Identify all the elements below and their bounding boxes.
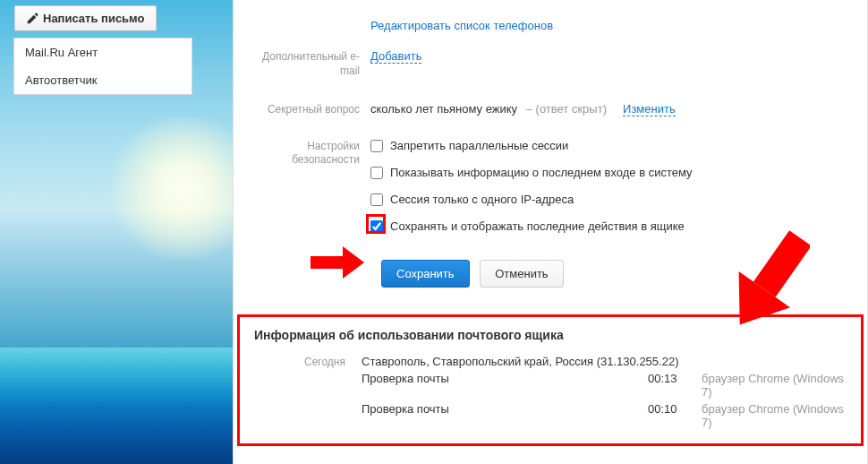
checkbox-label: Сессия только с одного IP-адреса xyxy=(390,192,574,208)
log-entry: Проверка почты 00:13 браузер Chrome (Win… xyxy=(362,370,847,400)
checkbox-label: Запретить параллельные сессии xyxy=(390,138,568,154)
secret-question-edit-link[interactable]: Изменить xyxy=(623,102,676,116)
checkbox-label: Сохранять и отображать последние действи… xyxy=(390,219,685,235)
additional-email-label: Дополнительный e-mail xyxy=(259,48,370,78)
sidebar-item-label: Автоответчик xyxy=(25,73,97,87)
compose-button[interactable]: Написать письмо xyxy=(14,5,157,31)
today-label: Сегодня xyxy=(254,356,362,368)
security-settings-label: Настройки безопасности xyxy=(259,138,370,168)
add-additional-email-link[interactable]: Добавить xyxy=(370,49,421,64)
log-action: Проверка почты xyxy=(362,372,648,399)
cancel-button[interactable]: Отменить xyxy=(480,260,563,288)
sidebar-item-autoresponder[interactable]: Автоответчик xyxy=(14,66,191,94)
login-location: Ставрополь, Ставропольский край, Россия … xyxy=(362,355,847,368)
compose-label: Написать письмо xyxy=(43,12,145,25)
compose-icon xyxy=(26,13,38,25)
edit-phones-link[interactable]: Редактировать список телефонов xyxy=(370,19,553,32)
checkbox-label: Показывать информацию о последнем входе … xyxy=(390,165,693,181)
log-client: браузер Chrome (Windows 7) xyxy=(702,372,847,399)
single-ip-session-checkbox[interactable] xyxy=(370,193,383,206)
sidebar: Mail.Ru Агент Автоответчик xyxy=(13,38,192,95)
usage-info-box: Информация об использовании почтового ящ… xyxy=(237,314,864,446)
usage-info-title: Информация об использовании почтового ящ… xyxy=(254,328,847,342)
sidebar-item-label: Mail.Ru Агент xyxy=(25,46,98,59)
log-action: Проверка почты xyxy=(362,402,648,429)
save-button[interactable]: Сохранить xyxy=(381,260,470,288)
sidebar-item-agent[interactable]: Mail.Ru Агент xyxy=(14,39,191,66)
save-recent-actions-checkbox[interactable] xyxy=(370,220,383,233)
log-time: 00:13 xyxy=(648,372,702,399)
secret-question-hidden: – (ответ скрыт) xyxy=(526,102,607,116)
log-time: 00:10 xyxy=(648,402,702,429)
deny-parallel-sessions-checkbox[interactable] xyxy=(370,140,383,152)
secret-question-label: Секретный вопрос xyxy=(259,101,370,117)
show-last-login-checkbox[interactable] xyxy=(370,167,383,179)
log-entry: Проверка почты 00:10 браузер Chrome (Win… xyxy=(362,400,847,431)
log-client: браузер Chrome (Windows 7) xyxy=(702,402,847,429)
secret-question-value: сколько лет пьяному ежику xyxy=(370,102,517,116)
